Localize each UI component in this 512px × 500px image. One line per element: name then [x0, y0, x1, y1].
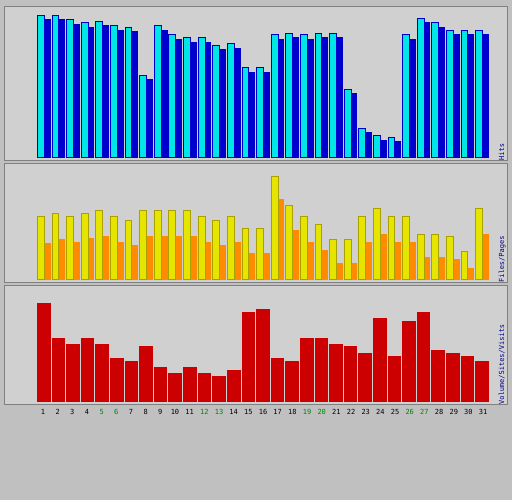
bar-group-files-1 [37, 164, 51, 280]
bar-yellow-21 [329, 239, 337, 280]
bar-group-files-14 [227, 164, 241, 280]
bar-orange-5 [103, 236, 109, 280]
bar-red-25 [388, 356, 402, 402]
bar-orange-23 [366, 242, 372, 280]
bar-cyan-8 [139, 75, 147, 158]
bar-red-7 [125, 361, 139, 402]
bar-group-hits-19 [300, 7, 314, 158]
bar-red-26 [402, 321, 416, 402]
bar-yellow-29 [446, 236, 454, 280]
bars-files [5, 164, 507, 282]
bar-blue-29 [454, 34, 460, 158]
bar-group-volume-19 [300, 286, 314, 402]
x-label-12: 12 [197, 408, 211, 416]
bar-group-volume-17 [271, 286, 285, 402]
bar-blue-26 [410, 39, 416, 158]
bar-blue-14 [235, 48, 241, 158]
bar-group-hits-25 [388, 7, 402, 158]
bar-cyan-3 [66, 19, 74, 158]
bar-group-files-4 [81, 164, 95, 280]
bar-orange-19 [308, 242, 314, 280]
bar-group-files-18 [285, 164, 299, 280]
x-label-9: 9 [153, 408, 167, 416]
x-label-13: 13 [212, 408, 226, 416]
bar-orange-7 [132, 245, 138, 280]
bar-group-files-23 [358, 164, 372, 280]
bar-group-hits-6 [110, 7, 124, 158]
x-axis: 1234567891011121314151617181920212223242… [4, 408, 508, 416]
bar-yellow-14 [227, 216, 235, 280]
right-label-volume: Volume/Sites/Visits [498, 286, 506, 404]
bar-group-hits-22 [344, 7, 358, 158]
bar-cyan-4 [81, 22, 89, 158]
bar-group-files-22 [344, 164, 358, 280]
bar-group-volume-22 [344, 286, 358, 402]
x-label-6: 6 [109, 408, 123, 416]
bar-red-6 [110, 358, 124, 402]
x-label-2: 2 [51, 408, 65, 416]
bar-orange-25 [395, 242, 401, 280]
bar-orange-9 [162, 236, 168, 280]
bar-red-11 [183, 367, 197, 402]
bar-blue-22 [352, 93, 358, 158]
bar-group-files-15 [242, 164, 256, 280]
bar-blue-28 [439, 27, 445, 158]
bar-cyan-19 [300, 34, 308, 158]
bar-group-files-10 [168, 164, 182, 280]
bar-yellow-26 [402, 216, 410, 280]
bar-group-hits-24 [373, 7, 387, 158]
x-label-30: 30 [461, 408, 475, 416]
bar-cyan-18 [285, 33, 293, 158]
bar-blue-17 [279, 39, 285, 158]
bar-cyan-16 [256, 67, 264, 158]
x-label-23: 23 [359, 408, 373, 416]
bar-orange-6 [118, 242, 124, 280]
bar-group-hits-29 [446, 7, 460, 158]
bar-group-volume-7 [125, 286, 139, 402]
bar-red-21 [329, 344, 343, 402]
bar-group-files-7 [125, 164, 139, 280]
bar-blue-4 [89, 27, 95, 158]
x-label-16: 16 [256, 408, 270, 416]
bar-group-volume-27 [417, 286, 431, 402]
bar-orange-3 [74, 242, 80, 280]
bar-cyan-17 [271, 34, 279, 158]
bar-group-volume-1 [37, 286, 51, 402]
bar-orange-20 [322, 250, 328, 280]
bar-red-24 [373, 318, 387, 402]
bar-red-31 [475, 361, 489, 402]
bar-yellow-2 [52, 213, 60, 280]
bar-red-27 [417, 312, 431, 402]
bar-cyan-13 [212, 45, 220, 158]
bar-orange-14 [235, 242, 241, 280]
bar-cyan-7 [125, 27, 133, 158]
bar-group-hits-18 [285, 7, 299, 158]
bar-yellow-31 [475, 208, 483, 280]
bar-blue-5 [103, 25, 109, 158]
bar-yellow-15 [242, 228, 250, 280]
bar-red-5 [95, 344, 109, 402]
bar-blue-20 [322, 37, 328, 158]
bar-yellow-23 [358, 216, 366, 280]
bar-group-files-16 [256, 164, 270, 280]
bar-orange-10 [176, 236, 182, 280]
bar-group-files-5 [95, 164, 109, 280]
bar-group-hits-28 [431, 7, 445, 158]
x-label-19: 19 [300, 408, 314, 416]
bar-group-hits-1 [37, 7, 51, 158]
bar-blue-13 [220, 49, 226, 158]
bar-blue-24 [381, 140, 387, 158]
x-label-31: 31 [476, 408, 490, 416]
bar-red-10 [168, 373, 182, 402]
bar-group-volume-14 [227, 286, 241, 402]
bar-orange-11 [191, 236, 197, 280]
bar-yellow-8 [139, 210, 147, 280]
bar-group-files-26 [402, 164, 416, 280]
bar-red-1 [37, 303, 51, 402]
bar-group-volume-4 [81, 286, 95, 402]
bar-orange-29 [454, 259, 460, 280]
bar-group-files-21 [329, 164, 343, 280]
bar-yellow-19 [300, 216, 308, 280]
bar-blue-18 [293, 37, 299, 158]
bar-blue-8 [147, 79, 153, 158]
